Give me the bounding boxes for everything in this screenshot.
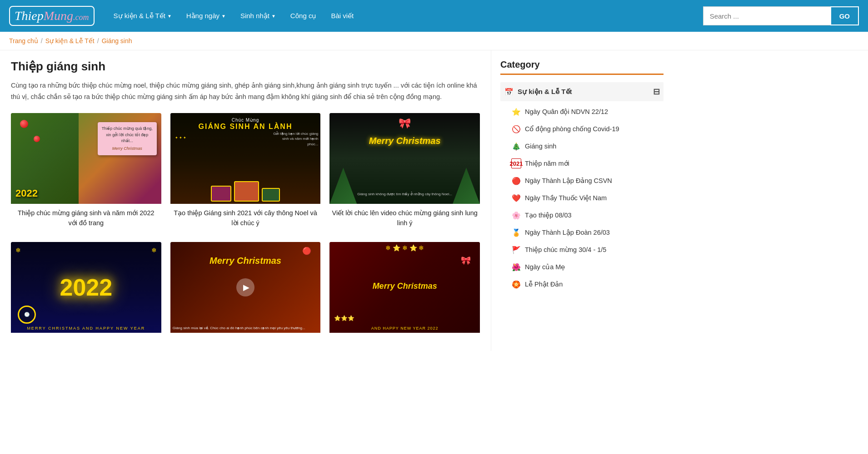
card-1-caption: Thiệp chúc mừng giáng sinh và năm mới 20… <box>11 204 161 233</box>
sub-item-2-label: Giáng sinh <box>525 143 556 150</box>
sub-item-4-label: Ngày Thành Lập Đảng CSVN <box>525 177 612 184</box>
sub-item-7[interactable]: 🏅 Ngày Thành Lập Đoàn 26/03 <box>500 224 663 241</box>
search-input[interactable] <box>703 6 830 25</box>
search-button[interactable]: GO <box>830 6 859 25</box>
card-5[interactable]: Merry Christmas ▶ Giáng sinh mùa lại về.… <box>170 242 321 342</box>
sub-item-6[interactable]: 🌸 Tạo thiệp 08/03 <box>500 207 663 224</box>
category-title: Category <box>500 59 663 75</box>
sub-item-2[interactable]: 🎄 Giáng sinh <box>500 138 663 155</box>
sub-item-10[interactable]: 🏵️ Lễ Phật Đản <box>500 276 663 293</box>
buddha-icon: 🏵️ <box>511 279 521 289</box>
breadcrumb-su-kien[interactable]: Sự kiện & Lễ Tết <box>45 37 95 44</box>
header: ThiepMung.com Sự kiện & Lễ Tết ▼ Hằng ng… <box>0 0 868 32</box>
sub-item-8-label: Thiệp chúc mừng 30/4 - 1/5 <box>525 246 606 253</box>
nav-hang-ngay[interactable]: Hằng ngày ▼ <box>181 8 231 24</box>
category-sub-list: ⭐ Ngày Quân đội NDVN 22/12 🚫 Cổ động phò… <box>500 101 663 295</box>
main-container: Thiệp giáng sinh Cùng tạo ra những bức t… <box>0 50 868 351</box>
nav-bai-viet[interactable]: Bài viết <box>325 8 359 24</box>
party-icon: 🔴 <box>511 176 521 186</box>
sub-item-6-label: Tạo thiệp 08/03 <box>525 212 572 219</box>
category-main-left: 📅 Sự kiện & Lễ Tết <box>504 87 572 97</box>
sub-item-0[interactable]: ⭐ Ngày Quân đội NDVN 22/12 <box>500 103 663 120</box>
sub-item-9[interactable]: 🌺 Ngày của Mẹ <box>500 258 663 276</box>
sub-item-1[interactable]: 🚫 Cổ động phòng chống Covid-19 <box>500 120 663 138</box>
sub-item-10-label: Lễ Phật Đản <box>525 281 563 288</box>
card-2[interactable]: Chúc Mừng GIÁNG SINH AN LÀNH ✦ ✦ ✦ Gởi <box>170 113 321 233</box>
sub-item-5[interactable]: ❤️ Ngày Thầy Thuốc Việt Nam <box>500 189 663 207</box>
sub-item-8[interactable]: 🚩 Thiệp chúc mừng 30/4 - 1/5 <box>500 241 663 258</box>
page-title: Thiệp giáng sinh <box>11 59 480 74</box>
category-section: 📅 Sự kiện & Lễ Tết ⊟ ⭐ Ngày Quân đội NDV… <box>500 82 663 295</box>
content-area: Thiệp giáng sinh Cùng tạo ra những bức t… <box>0 50 491 351</box>
covid-icon: 🚫 <box>511 124 521 134</box>
flag-icon: 🚩 <box>511 245 521 255</box>
category-main-label: Sự kiện & Lễ Tết <box>518 88 572 96</box>
card-grid: 2022 Thiếp chúc mừng quà tặng, xin gởi l… <box>11 113 480 342</box>
medal-icon: 🏅 <box>511 227 521 237</box>
search-area: GO <box>703 6 859 25</box>
card-6[interactable]: ❄ ⭐ ❄ ⭐ ❄ 🎀 Merry Christmas AND HAPPY NE… <box>329 242 480 342</box>
nav-arrow-1: ▼ <box>221 14 226 19</box>
heart-icon: ❤️ <box>511 193 521 203</box>
breadcrumb-sep-1: / <box>41 37 43 44</box>
collapse-icon[interactable]: ⊟ <box>653 87 660 97</box>
sub-item-3-label: Thiệp năm mới <box>525 160 569 167</box>
new-year-icon: 2021 <box>511 158 521 168</box>
card-3-image: 🎀 Merry Christmas Giáng sinh không được … <box>329 113 480 204</box>
main-nav: Sự kiện & Lễ Tết ▼ Hằng ngày ▼ Sinh nhật… <box>108 8 689 24</box>
sub-item-0-label: Ngày Quân đội NDVN 22/12 <box>525 108 608 115</box>
calendar-icon: 📅 <box>504 87 514 97</box>
nav-sinh-nhat[interactable]: Sinh nhật ▼ <box>235 8 281 24</box>
card-3[interactable]: 🎀 Merry Christmas Giáng sinh không được … <box>329 113 480 233</box>
card-4-image: 2022 🕛 ❄ ❄ MERRY CHRISTMAS AND HAPPY NEW… <box>11 242 161 333</box>
star-icon: ⭐ <box>511 107 521 117</box>
sub-item-3[interactable]: 2021 Thiệp năm mới <box>500 155 663 172</box>
card-6-image: ❄ ⭐ ❄ ⭐ ❄ 🎀 Merry Christmas AND HAPPY NE… <box>329 242 480 333</box>
sidebar: Category 📅 Sự kiện & Lễ Tết ⊟ ⭐ Ngày Quâ… <box>491 50 673 351</box>
card-5-image: Merry Christmas ▶ Giáng sinh mùa lại về.… <box>170 242 321 333</box>
card-4-caption <box>11 333 161 342</box>
christmas-tree-icon: 🎄 <box>511 141 521 151</box>
card-2-caption: Tạo thiệp Giáng sinh 2021 với cây thông … <box>170 204 321 233</box>
breadcrumb-current: Giáng sinh <box>102 37 132 44</box>
nav-arrow-2: ▼ <box>271 14 276 19</box>
card-1[interactable]: 2022 Thiếp chúc mừng quà tặng, xin gởi l… <box>11 113 161 233</box>
page-description: Cùng tạo ra những bức thiệp chúc mừng no… <box>11 80 480 102</box>
card-4[interactable]: 2022 🕛 ❄ ❄ MERRY CHRISTMAS AND HAPPY NEW… <box>11 242 161 342</box>
sub-item-5-label: Ngày Thầy Thuốc Việt Nam <box>525 194 607 202</box>
sub-item-9-label: Ngày của Mẹ <box>525 263 565 271</box>
breadcrumb: Trang chủ / Sự kiện & Lễ Tết / Giáng sin… <box>0 32 868 50</box>
sub-item-4[interactable]: 🔴 Ngày Thành Lập Đảng CSVN <box>500 172 663 189</box>
nav-arrow-0: ▼ <box>167 14 172 19</box>
breadcrumb-home[interactable]: Trang chủ <box>9 37 38 44</box>
card-6-caption <box>329 333 480 342</box>
nav-cong-cu[interactable]: Công cụ <box>285 8 322 24</box>
flower-icon: 🌸 <box>511 210 521 220</box>
card-5-caption <box>170 333 321 342</box>
nav-su-kien[interactable]: Sự kiện & Lễ Tết ▼ <box>108 8 177 24</box>
breadcrumb-sep-2: / <box>97 37 99 44</box>
mother-icon: 🌺 <box>511 262 521 272</box>
card-3-caption: Viết lời chúc lên video chúc mừng giáng … <box>329 204 480 233</box>
sub-item-7-label: Ngày Thành Lập Đoàn 26/03 <box>525 229 610 236</box>
category-main-item[interactable]: 📅 Sự kiện & Lễ Tết ⊟ <box>500 82 663 101</box>
card-1-image: 2022 Thiếp chúc mừng quà tặng, xin gởi l… <box>11 113 161 204</box>
sub-item-1-label: Cổ động phòng chống Covid-19 <box>525 125 619 133</box>
logo[interactable]: ThiepMung.com <box>9 6 95 26</box>
card-2-image: Chúc Mừng GIÁNG SINH AN LÀNH ✦ ✦ ✦ Gởi <box>170 113 321 204</box>
